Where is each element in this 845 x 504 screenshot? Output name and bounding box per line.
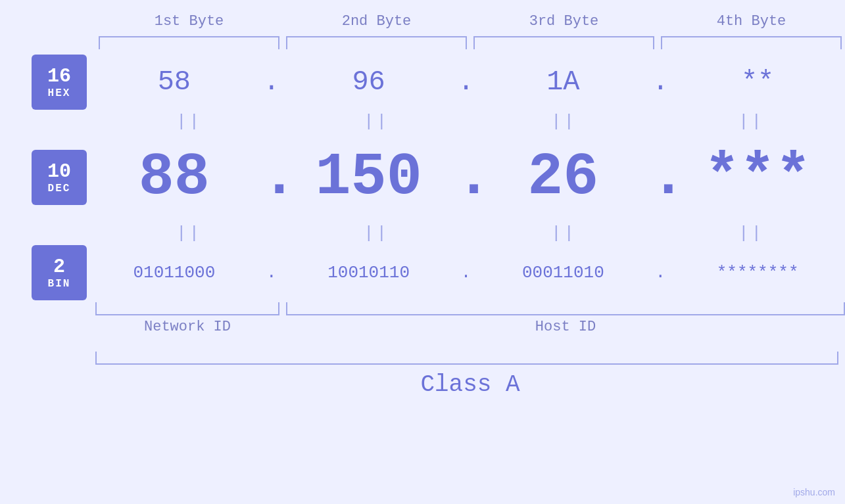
equals-row-2: || || || || [0,220,845,246]
hex-val-1: 58 [87,66,262,98]
bin-val-4: ******** [670,263,845,283]
bottom-bracket-area: Network ID Host ID [0,302,845,335]
eq2-1: || [95,223,283,243]
class-label: Class A [95,371,845,398]
bin-dot-3: . [650,263,670,283]
network-id-label: Network ID [95,319,279,335]
hex-dot-1: . [262,66,281,98]
top-bracket-2 [286,36,467,49]
byte-header-3: 3rd Byte [470,13,658,30]
host-bracket [286,302,845,315]
byte-header-1: 1st Byte [95,13,283,30]
host-id-label: Host ID [286,319,845,335]
full-bottom-bracket-area: Class A [0,352,845,398]
watermark: ipshu.com [793,487,835,497]
bottom-brackets [95,302,845,315]
eq1-2: || [283,112,470,131]
hex-dot-2: . [456,66,476,98]
bin-row: 2 BIN 01011000 . 10010110 . 00011010 . *… [0,246,845,299]
bottom-labels: Network ID Host ID [95,319,845,335]
equals-row-1: || || || || [0,108,845,135]
eq2-4: || [658,223,845,243]
dec-val-4: *** [670,144,845,211]
bin-dot-1: . [262,263,281,283]
dec-values: 88 . 150 . 26 . *** [87,144,845,211]
hex-val-4: ** [670,66,845,98]
hex-dot-3: . [650,66,670,98]
bin-val-3: 00011010 [476,263,651,283]
top-bracket-3 [473,36,654,49]
dec-badge-number: 10 [47,161,71,183]
dec-val-2: 150 [281,144,456,211]
eq1-4: || [658,112,845,131]
bin-badge: 2 BIN [32,245,87,300]
dec-val-3: 26 [476,144,651,211]
top-bracket-1 [99,36,279,49]
dec-badge-label: DEC [48,183,71,195]
bin-badge-label: BIN [48,278,71,290]
dec-dot-2: . [456,144,476,211]
network-bracket [95,302,279,315]
hex-val-2: 96 [281,66,456,98]
bin-values: 01011000 . 10010110 . 00011010 . *******… [87,263,845,283]
hex-row: 16 HEX 58 . 96 . 1A . ** [0,56,845,108]
dec-val-1: 88 [87,144,262,211]
dec-dot-3: . [650,144,670,211]
eq2-3: || [470,223,658,243]
hex-badge: 16 HEX [32,55,87,110]
top-brackets [0,36,845,49]
bin-dot-2: . [456,263,476,283]
eq1-1: || [95,112,283,131]
bin-badge-number: 2 [53,256,65,278]
full-bracket-line [95,352,838,365]
hex-badge-number: 16 [47,66,71,87]
hex-val-3: 1A [476,66,651,98]
byte-headers: 1st Byte 2nd Byte 3rd Byte 4th Byte [0,13,845,30]
byte-header-4: 4th Byte [658,13,845,30]
main-container: 1st Byte 2nd Byte 3rd Byte 4th Byte 16 H… [0,0,845,504]
dec-badge: 10 DEC [32,150,87,205]
hex-badge-label: HEX [48,87,71,99]
hex-values: 58 . 96 . 1A . ** [87,66,845,98]
eq2-2: || [283,223,470,243]
top-bracket-4 [661,36,842,49]
dec-row: 10 DEC 88 . 150 . 26 . *** [0,135,845,220]
bin-val-2: 10010110 [281,263,456,283]
eq1-3: || [470,112,658,131]
byte-header-2: 2nd Byte [283,13,470,30]
bin-val-1: 01011000 [87,263,262,283]
dec-dot-1: . [262,144,281,211]
